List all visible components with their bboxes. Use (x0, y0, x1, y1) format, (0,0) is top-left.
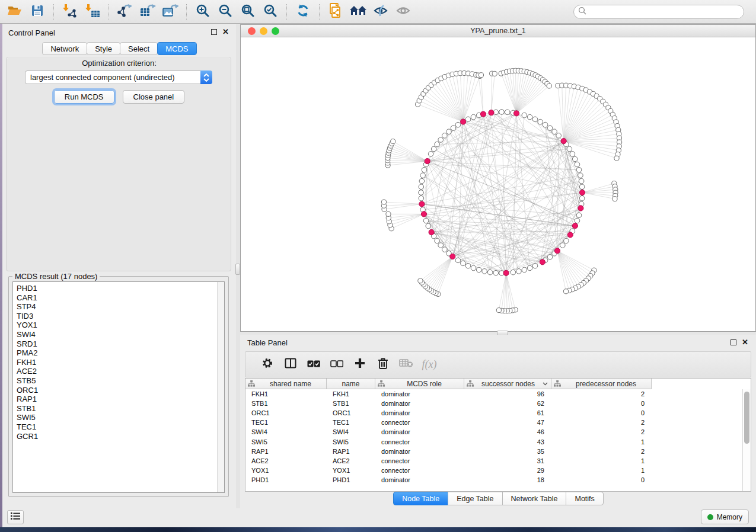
mcds-result-title: MCDS result (17 nodes) (12, 272, 100, 281)
cell-mcds_role: connector (375, 438, 464, 446)
table-panel-title: Table Panel (247, 338, 288, 347)
divider-grip[interactable] (235, 264, 240, 275)
result-node-item[interactable]: ORC1 (13, 386, 224, 395)
export-image-button[interactable] (159, 2, 181, 21)
tab-style[interactable]: Style (87, 42, 120, 55)
column-header-successor-nodes[interactable]: successor nodes (464, 379, 551, 389)
result-node-item[interactable]: SWI4 (13, 330, 224, 339)
result-node-item[interactable]: FKH1 (13, 358, 224, 367)
tab-network-table[interactable]: Network Table (502, 492, 567, 505)
table-row[interactable]: ACE2ACE2connector311 (245, 456, 742, 466)
run-mcds-button[interactable]: Run MCDS (54, 90, 114, 104)
delete-column-button[interactable] (374, 355, 392, 373)
table-rows: FKH1FKH1dominator962STB1STB1dominator620… (245, 389, 742, 485)
column-header-name[interactable]: name (327, 379, 375, 389)
float-panel-icon[interactable] (731, 339, 736, 345)
search-input[interactable] (589, 7, 744, 17)
export-network-icon (117, 4, 133, 20)
result-node-item[interactable]: CAR1 (13, 293, 224, 303)
result-node-item[interactable]: PHD1 (13, 284, 224, 293)
home-button[interactable] (347, 2, 369, 21)
task-history-button[interactable] (7, 510, 24, 524)
cell-name: SWI5 (327, 438, 375, 446)
result-node-item[interactable]: STB1 (13, 404, 224, 414)
tab-select[interactable]: Select (120, 42, 158, 55)
result-node-item[interactable]: SWI5 (13, 413, 224, 422)
export-network-button[interactable] (114, 2, 136, 21)
table-row[interactable]: TEC1TEC1connector472 (245, 418, 742, 427)
sort-chevron-icon (543, 382, 548, 386)
result-node-item[interactable]: TEC1 (13, 422, 224, 432)
cell-predecessor_nodes: 2 (551, 428, 652, 435)
delete-table-button[interactable] (397, 355, 415, 373)
import-network-button[interactable] (59, 2, 81, 21)
table-row[interactable]: FKH1FKH1dominator962 (245, 389, 742, 399)
tab-network[interactable]: Network (42, 42, 87, 55)
scrollbar-thumb[interactable] (744, 392, 749, 444)
cell-mcds_role: dominator (375, 476, 464, 483)
table-row[interactable]: YOX1YOX1connector291 (245, 466, 742, 475)
cell-predecessor_nodes: 1 (551, 457, 652, 464)
network-canvas[interactable] (241, 37, 755, 331)
table-row[interactable]: RAP1RAP1dominator352 (245, 447, 742, 456)
table-row[interactable]: SWI4SWI4dominator462 (245, 427, 742, 437)
hide-panel-button[interactable] (369, 2, 392, 21)
tab-edge-table[interactable]: Edge Table (448, 492, 502, 505)
result-node-item[interactable]: PMA2 (13, 348, 224, 358)
float-panel-icon[interactable] (211, 29, 217, 35)
column-header-label: MCDS role (385, 380, 464, 388)
zoom-selected-button[interactable] (259, 2, 282, 21)
memory-button[interactable]: Memory (701, 509, 749, 524)
result-node-item[interactable]: ACE2 (13, 367, 224, 376)
optimization-criterion-label: Optimization criterion: (2, 59, 236, 68)
application-window: Control Panel ✕ NetworkStyleSelectMCDS O… (0, 0, 756, 532)
cell-shared_name: SWI4 (245, 428, 327, 435)
close-panel-icon[interactable]: ✕ (222, 27, 229, 36)
result-node-item[interactable]: YOX1 (13, 321, 224, 330)
zoom-fit-button[interactable] (237, 2, 259, 21)
result-list-scrollbar[interactable] (217, 282, 224, 492)
column-header-label: successor nodes (474, 380, 543, 388)
result-node-item[interactable]: STB5 (13, 376, 224, 386)
table-scrollbar[interactable] (742, 389, 751, 491)
table-row[interactable]: SWI5SWI5connector431 (245, 437, 742, 446)
cell-name: PHD1 (327, 476, 375, 483)
close-panel-icon[interactable]: ✕ (742, 338, 748, 347)
tab-mcds[interactable]: MCDS (157, 42, 196, 55)
select-all-button[interactable] (305, 355, 323, 373)
show-panel-button[interactable] (392, 2, 414, 21)
tab-node-table[interactable]: Node Table (393, 492, 448, 505)
deselect-all-button[interactable] (328, 355, 346, 373)
vertical-divider[interactable] (236, 24, 240, 511)
table-panel: Table Panel ✕ (240, 335, 756, 509)
criterion-dropdown[interactable]: largest connected component (undirected) (25, 70, 212, 84)
show-columns-button[interactable] (282, 355, 299, 373)
column-header-MCDS-role[interactable]: MCDS role (375, 379, 464, 389)
zoom-in-button[interactable] (192, 2, 214, 21)
result-node-item[interactable]: STP4 (13, 302, 224, 312)
column-header-predecessor-nodes[interactable]: predecessor nodes (551, 379, 652, 389)
network-window-titlebar[interactable]: YPA_prune.txt_1 (241, 25, 755, 37)
open-file-button[interactable] (4, 2, 26, 21)
table-row[interactable]: STB1STB1dominator620 (245, 399, 742, 408)
result-node-item[interactable]: SRD1 (13, 339, 224, 349)
save-session-button[interactable] (26, 2, 49, 21)
import-table-button[interactable] (81, 2, 104, 21)
close-panel-button[interactable]: Close panel (123, 90, 185, 104)
result-node-item[interactable]: TID3 (13, 312, 224, 321)
cell-predecessor_nodes: 1 (551, 467, 652, 474)
control-panel: Control Panel ✕ NetworkStyleSelectMCDS O… (2, 24, 236, 511)
table-row[interactable]: ORC1ORC1dominator610 (245, 408, 742, 418)
tab-motifs[interactable]: Motifs (566, 492, 603, 505)
column-header-shared-name[interactable]: shared name (245, 379, 327, 389)
create-column-button[interactable] (351, 355, 369, 373)
result-node-item[interactable]: RAP1 (13, 395, 224, 404)
zoom-out-button[interactable] (214, 2, 237, 21)
table-settings-button[interactable] (259, 355, 276, 373)
function-builder-button[interactable]: f(x) (420, 355, 438, 373)
refresh-layout-button[interactable] (292, 2, 314, 21)
table-row[interactable]: PHD1PHD1dominator180 (245, 475, 742, 485)
clone-network-button[interactable] (324, 2, 347, 21)
export-table-button[interactable] (136, 2, 159, 21)
result-node-item[interactable]: GCR1 (13, 432, 224, 441)
